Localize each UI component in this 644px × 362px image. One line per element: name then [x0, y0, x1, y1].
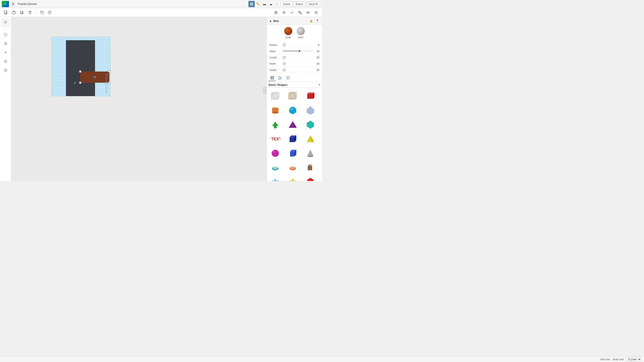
- width-label: Width: [270, 62, 283, 65]
- view-tool-5[interactable]: [305, 9, 311, 16]
- svg-point-35: [290, 108, 293, 110]
- shapes-header: Basic Shapes ▾: [267, 82, 322, 88]
- center-handle[interactable]: [94, 76, 96, 78]
- svg-marker-53: [307, 150, 314, 156]
- view-tool-1[interactable]: [273, 9, 279, 16]
- shape-item-sphere-magenta[interactable]: [268, 147, 282, 160]
- shape-item-torus-teal[interactable]: [268, 161, 282, 174]
- shape-item-sphere[interactable]: [286, 104, 300, 117]
- radius-value: 0: [313, 43, 319, 46]
- menu-icon-button[interactable]: ☰: [10, 1, 16, 7]
- svg-text:TEXT: TEXT: [271, 137, 280, 141]
- shapes-title: Basic Shapes: [268, 83, 319, 86]
- import-button[interactable]: Import: [281, 2, 292, 6]
- steps-slider-thumb[interactable]: [298, 50, 301, 52]
- canvas-area[interactable]: ↺ Workplane: [11, 17, 266, 181]
- send-to-button[interactable]: Send To: [306, 2, 320, 6]
- shape-item-hex-red[interactable]: [304, 175, 317, 181]
- duplicate-button[interactable]: [19, 9, 25, 16]
- shape-item-pyramid-yellow[interactable]: [304, 132, 317, 146]
- hole-label: Hole: [298, 36, 303, 39]
- zoom-out-button[interactable]: [2, 57, 10, 65]
- shape-item-cube-blue[interactable]: [286, 147, 300, 160]
- shapes-tab-edit[interactable]: [276, 75, 284, 81]
- svg-rect-49: [290, 151, 294, 156]
- cloud-icon-button[interactable]: ☁: [268, 1, 274, 7]
- shape-item-star-cyan[interactable]: [268, 175, 282, 181]
- svg-rect-24: [272, 92, 279, 98]
- dark-box[interactable]: [66, 40, 95, 96]
- zoom-region-button[interactable]: [2, 39, 10, 48]
- collapse-button[interactable]: [2, 66, 10, 74]
- paste-button[interactable]: [11, 9, 17, 16]
- workplane: ↺ Workplane: [52, 37, 110, 96]
- redo-button[interactable]: [47, 9, 53, 16]
- width-row: Width 20: [270, 60, 319, 67]
- hole-option[interactable]: Hole: [297, 27, 305, 39]
- radius-circle[interactable]: [283, 43, 286, 46]
- shape-item-box-gray[interactable]: [268, 89, 282, 103]
- handle-bottom-left[interactable]: [79, 81, 82, 84]
- shape-item-cylinder[interactable]: [268, 104, 282, 117]
- left-separator-1: [2, 28, 9, 29]
- steps-value: 10: [313, 50, 319, 52]
- lock-button[interactable]: 🔒: [308, 18, 314, 23]
- height-circle[interactable]: [283, 69, 286, 71]
- menu-dots-button[interactable]: ⋮: [274, 1, 280, 7]
- shape-item-torus-orange[interactable]: [286, 161, 300, 174]
- length-row: Length 20: [270, 54, 319, 60]
- dash-icon-button[interactable]: ▬: [262, 1, 267, 7]
- shape-item-brown-shape[interactable]: [304, 161, 317, 174]
- shape-item-teal[interactable]: [304, 118, 317, 131]
- shape-item-text-red[interactable]: TEXT: [268, 132, 282, 146]
- shape-item-box-brown[interactable]: [286, 89, 300, 103]
- view-tool-4[interactable]: [297, 9, 303, 16]
- edit-icon-button[interactable]: ✏️: [256, 1, 261, 7]
- pin-button[interactable]: 📍: [315, 18, 320, 23]
- shape-item-crystal[interactable]: [304, 104, 317, 117]
- height-label: Height: [270, 69, 283, 71]
- shape-item-pyramid-purple[interactable]: [286, 118, 300, 131]
- props-title: Box: [274, 19, 307, 22]
- copy-button[interactable]: [3, 9, 9, 16]
- delete-button[interactable]: [27, 9, 33, 16]
- rotate-indicator: ↺: [73, 81, 76, 85]
- add-button[interactable]: +: [2, 48, 10, 56]
- svg-rect-20: [270, 78, 272, 79]
- export-button[interactable]: Export: [294, 2, 306, 6]
- svg-rect-13: [300, 12, 302, 14]
- props-collapse-button[interactable]: ▲: [269, 19, 272, 22]
- panel-toggle-button[interactable]: ›: [263, 87, 266, 94]
- view-tool-3[interactable]: [289, 9, 295, 16]
- handle-top-right[interactable]: [108, 70, 110, 73]
- undo-button[interactable]: [39, 9, 45, 16]
- shapes-panel: Basic Shapes ▾: [267, 74, 322, 181]
- steps-slider[interactable]: [283, 51, 313, 51]
- shape-item-cone[interactable]: [304, 147, 317, 160]
- svg-rect-42: [290, 137, 294, 142]
- main-layout: +: [0, 17, 322, 181]
- width-value: 20: [313, 62, 319, 65]
- svg-point-56: [274, 167, 277, 169]
- shape-item-arrow-green[interactable]: [268, 118, 282, 131]
- view-tool-2[interactable]: [281, 9, 287, 16]
- width-circle[interactable]: [283, 62, 286, 65]
- svg-rect-6: [12, 12, 15, 14]
- shapes-dropdown-button[interactable]: ▾: [319, 83, 320, 86]
- svg-marker-40: [307, 121, 314, 129]
- shapes-tab-chat[interactable]: [285, 75, 292, 81]
- grid-view-button[interactable]: [248, 1, 255, 7]
- view-tool-6[interactable]: [313, 9, 319, 16]
- home-button[interactable]: [2, 31, 10, 39]
- handle-top-left[interactable]: [79, 70, 82, 73]
- shape-item-cube-navy[interactable]: [286, 132, 300, 146]
- shape-item-star-yellow[interactable]: [286, 175, 300, 181]
- svg-point-10: [276, 12, 276, 13]
- shape-item-box-red[interactable]: [304, 89, 317, 103]
- handle-bottom-right[interactable]: [108, 81, 110, 84]
- filter-button[interactable]: [2, 19, 10, 27]
- svg-marker-62: [272, 178, 279, 181]
- length-circle[interactable]: [283, 56, 286, 59]
- solid-option[interactable]: Solid: [284, 27, 292, 39]
- shapes-tab-grid[interactable]: [268, 75, 276, 81]
